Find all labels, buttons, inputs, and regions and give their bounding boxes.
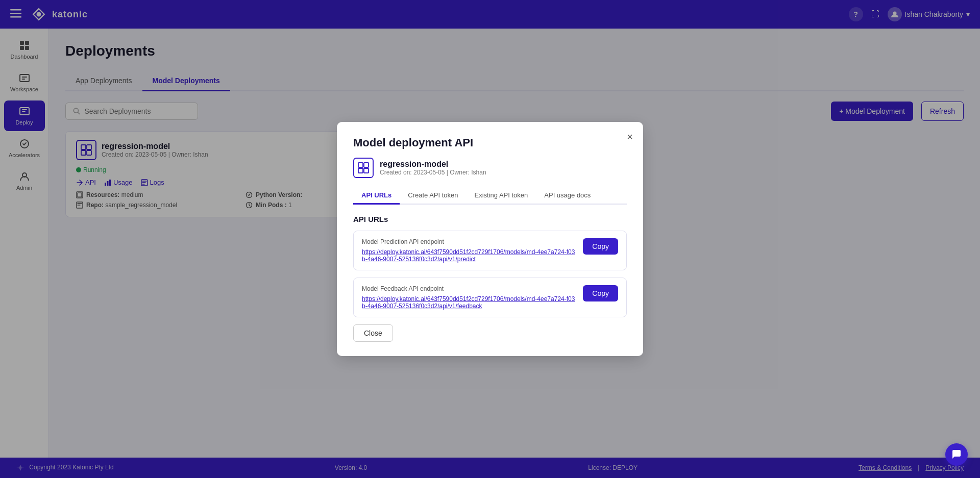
svg-rect-31 (358, 168, 363, 173)
copy-feedback-button[interactable]: Copy (583, 285, 618, 301)
feedback-endpoint-card: Model Feedback API endpoint https://depl… (353, 278, 627, 317)
modal-tab-create-token[interactable]: Create API token (400, 187, 466, 205)
modal-overlay: Model deployment API × regression-model … (0, 0, 980, 478)
feedback-endpoint-label: Model Feedback API endpoint (362, 285, 577, 292)
prediction-endpoint-card: Model Prediction API endpoint https://de… (353, 231, 627, 270)
modal-tab-existing-token[interactable]: Existing API token (467, 187, 536, 205)
modal: Model deployment API × regression-model … (337, 122, 643, 356)
modal-model-header: regression-model Created on: 2023-05-05 … (353, 158, 627, 178)
modal-tabs: API URLs Create API token Existing API t… (353, 187, 627, 205)
feedback-endpoint-url[interactable]: https://deploy.katonic.ai/643f7590dd51f2… (362, 295, 577, 310)
copy-prediction-button[interactable]: Copy (583, 238, 618, 255)
modal-model-icon (353, 158, 374, 178)
modal-tab-api-usage-docs[interactable]: API usage docs (536, 187, 599, 205)
prediction-endpoint-url[interactable]: https://deploy.katonic.ai/643f7590dd51f2… (362, 248, 577, 263)
modal-model-name: regression-model (380, 160, 486, 169)
modal-tab-api-urls[interactable]: API URLs (353, 187, 400, 205)
modal-title: Model deployment API (353, 136, 627, 149)
svg-rect-29 (358, 163, 363, 167)
svg-rect-32 (364, 168, 369, 173)
modal-model-meta: Created on: 2023-05-05 | Owner: Ishan (380, 169, 486, 176)
modal-footer: Close (353, 324, 627, 342)
modal-close-footer-button[interactable]: Close (353, 324, 393, 342)
svg-rect-30 (364, 163, 369, 167)
prediction-endpoint-label: Model Prediction API endpoint (362, 238, 577, 245)
chat-bubble[interactable] (945, 443, 968, 466)
modal-section-title: API URLs (353, 215, 627, 223)
modal-close-button[interactable]: × (627, 131, 633, 143)
